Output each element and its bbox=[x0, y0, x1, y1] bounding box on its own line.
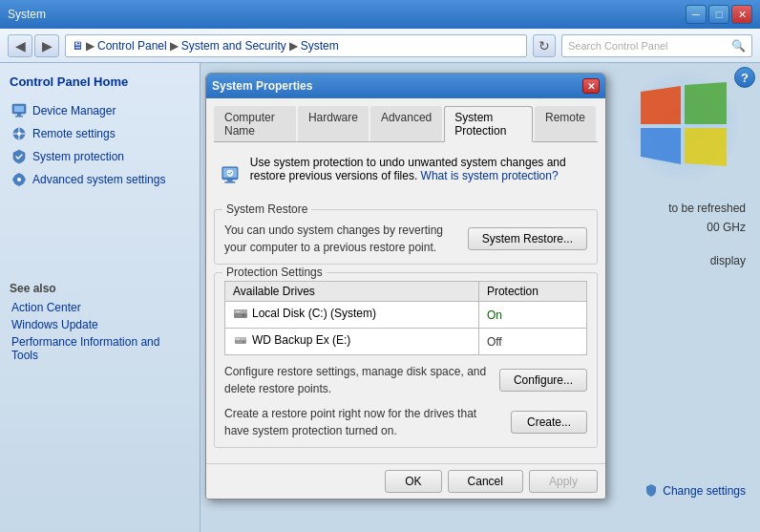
svg-rect-19 bbox=[227, 180, 232, 181]
tab-bar: Computer Name Hardware Advanced System P… bbox=[214, 106, 598, 142]
back-button[interactable]: ◀ bbox=[8, 34, 32, 57]
system-properties-dialog: System Properties ✕ Computer Name Hardwa… bbox=[205, 73, 606, 500]
breadcrumb-bar[interactable]: 🖥 ▶ Control Panel ▶ System and Security … bbox=[65, 34, 527, 57]
system-restore-legend: System Restore bbox=[222, 202, 311, 216]
dialog-body: Computer Name Hardware Advanced System P… bbox=[206, 98, 605, 463]
svg-rect-3 bbox=[15, 116, 23, 117]
svg-point-5 bbox=[17, 132, 21, 136]
close-button[interactable]: ✕ bbox=[731, 5, 752, 24]
title-bar-left: System bbox=[8, 8, 46, 21]
apply-button[interactable]: Apply bbox=[529, 470, 598, 493]
svg-rect-28 bbox=[236, 339, 240, 340]
create-button[interactable]: Create... bbox=[511, 411, 587, 434]
dialog-close-button[interactable]: ✕ bbox=[582, 78, 600, 94]
search-icon[interactable]: 🔍 bbox=[731, 39, 746, 53]
sidebar-link-action-center[interactable]: Action Center bbox=[10, 299, 190, 316]
nav-buttons: ◀ ▶ bbox=[8, 34, 59, 57]
system-restore-button[interactable]: System Restore... bbox=[468, 227, 587, 250]
breadcrumb-sep2: ▶ bbox=[170, 39, 179, 53]
sidebar-item-remote-settings[interactable]: Remote settings bbox=[10, 123, 190, 144]
protection-settings-legend: Protection Settings bbox=[222, 266, 327, 279]
forward-button[interactable]: ▶ bbox=[34, 34, 59, 57]
dialog-titlebar: System Properties ✕ bbox=[206, 74, 605, 98]
drive-local-disk: Local Disk (C:) (System) bbox=[225, 302, 479, 329]
svg-rect-13 bbox=[18, 183, 20, 186]
info-text-block: Use system protection to undo unwanted s… bbox=[250, 156, 592, 182]
title-bar-controls: ─ □ ✕ bbox=[686, 5, 752, 24]
advanced-settings-icon bbox=[11, 172, 27, 187]
svg-rect-12 bbox=[18, 173, 20, 176]
protection-settings-section: Protection Settings Available Drives Pro… bbox=[214, 272, 598, 448]
table-row[interactable]: Local Disk (C:) (System) On bbox=[225, 302, 587, 329]
tab-hardware[interactable]: Hardware bbox=[298, 106, 369, 141]
sidebar-item-advanced-settings[interactable]: Advanced system settings bbox=[10, 169, 190, 190]
dialog-title: System Properties bbox=[212, 79, 312, 93]
svg-rect-1 bbox=[14, 106, 24, 112]
system-protection-info-icon bbox=[220, 156, 241, 194]
system-protection-icon bbox=[11, 149, 27, 164]
drive-wd-backup-status: Off bbox=[478, 329, 586, 355]
breadcrumb-part1[interactable]: Control Panel bbox=[97, 39, 167, 53]
info-link[interactable]: What is system protection? bbox=[421, 169, 559, 182]
see-also-label: See also bbox=[10, 282, 190, 295]
system-restore-content: You can undo system changes by reverting… bbox=[224, 222, 587, 256]
advanced-settings-label: Advanced system settings bbox=[32, 173, 165, 186]
device-manager-label: Device Manager bbox=[32, 104, 116, 117]
table-col-drives: Available Drives bbox=[225, 282, 479, 302]
window-title: System bbox=[8, 8, 46, 21]
dialog-overlay: System Properties ✕ Computer Name Hardwa… bbox=[196, 63, 760, 532]
remote-settings-icon bbox=[11, 126, 27, 141]
title-bar: System ─ □ ✕ bbox=[0, 0, 760, 29]
local-disk-icon bbox=[233, 306, 248, 321]
create-desc: Create a restore point right now for the… bbox=[224, 405, 501, 439]
sidebar-item-device-manager[interactable]: Device Manager bbox=[10, 100, 190, 121]
svg-rect-2 bbox=[17, 114, 21, 116]
protection-settings-table: Available Drives Protection bbox=[224, 281, 587, 355]
search-bar[interactable]: Search Control Panel 🔍 bbox=[561, 34, 752, 57]
cancel-button[interactable]: Cancel bbox=[448, 470, 523, 493]
system-protection-label: System protection bbox=[32, 150, 124, 163]
svg-point-11 bbox=[17, 178, 21, 181]
breadcrumb-sep3: ▶ bbox=[289, 39, 298, 53]
minimize-button[interactable]: ─ bbox=[686, 5, 707, 24]
refresh-button[interactable]: ↻ bbox=[533, 34, 556, 57]
breadcrumb-icon: 🖥 bbox=[72, 39, 83, 53]
breadcrumb-part2[interactable]: System and Security bbox=[181, 39, 286, 53]
configure-section: Configure restore settings, manage disk … bbox=[224, 363, 587, 397]
info-section: Use system protection to undo unwanted s… bbox=[214, 150, 598, 200]
ok-button[interactable]: OK bbox=[385, 470, 441, 493]
configure-desc: Configure restore settings, manage disk … bbox=[224, 363, 490, 397]
table-row[interactable]: WD Backup Ex (E:) Off bbox=[225, 329, 587, 355]
main-area: Control Panel Home Device Manager Remote… bbox=[0, 63, 760, 532]
search-placeholder: Search Control Panel bbox=[568, 40, 668, 52]
svg-rect-15 bbox=[23, 179, 26, 181]
svg-rect-14 bbox=[12, 179, 15, 181]
tab-advanced[interactable]: Advanced bbox=[370, 106, 442, 141]
svg-point-27 bbox=[243, 341, 244, 343]
drive-local-disk-status: On bbox=[478, 302, 586, 329]
sidebar-link-performance[interactable]: Performance Information and Tools bbox=[10, 333, 190, 364]
svg-point-23 bbox=[243, 314, 245, 317]
drive-wd-backup: WD Backup Ex (E:) bbox=[225, 329, 479, 355]
sidebar-link-windows-update[interactable]: Windows Update bbox=[10, 316, 190, 333]
maximize-button[interactable]: □ bbox=[708, 5, 729, 24]
tab-system-protection[interactable]: System Protection bbox=[444, 106, 533, 142]
device-manager-icon bbox=[11, 103, 27, 118]
remote-settings-label: Remote settings bbox=[32, 127, 116, 140]
dialog-footer: OK Cancel Apply bbox=[206, 463, 605, 499]
system-restore-desc: You can undo system changes by reverting… bbox=[224, 222, 458, 256]
configure-button[interactable]: Configure... bbox=[499, 369, 587, 392]
create-section: Create a restore point right now for the… bbox=[224, 405, 587, 439]
content-area: ? bbox=[201, 63, 760, 532]
tab-remote[interactable]: Remote bbox=[535, 106, 596, 141]
sidebar-title[interactable]: Control Panel Home bbox=[10, 74, 190, 89]
breadcrumb-sep1: ▶ bbox=[86, 39, 95, 53]
wd-backup-icon bbox=[233, 332, 248, 348]
svg-rect-24 bbox=[236, 311, 241, 312]
tab-computer-name[interactable]: Computer Name bbox=[214, 106, 296, 141]
sidebar-item-system-protection[interactable]: System protection bbox=[10, 146, 190, 167]
table-col-protection: Protection bbox=[478, 282, 586, 302]
breadcrumb-part3[interactable]: System bbox=[301, 39, 339, 53]
svg-rect-20 bbox=[224, 181, 235, 183]
address-bar: ◀ ▶ 🖥 ▶ Control Panel ▶ System and Secur… bbox=[0, 29, 760, 63]
